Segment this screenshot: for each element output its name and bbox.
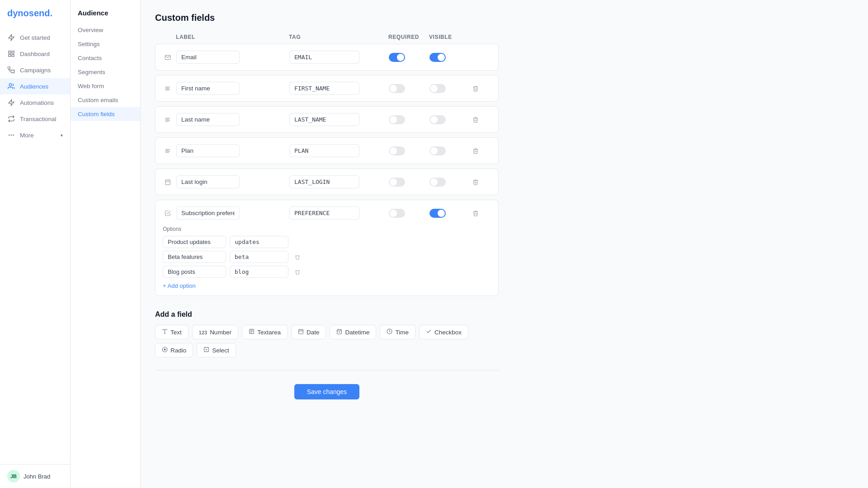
nav-item-label: Automations xyxy=(20,99,54,106)
visible-toggle-subscription-preference[interactable] xyxy=(429,209,446,218)
second-nav-item-settings[interactable]: Settings xyxy=(71,37,140,51)
add-field-type-textarea[interactable]: Textarea xyxy=(242,325,288,339)
field-row-main-first-name xyxy=(163,82,491,95)
second-nav-item-custom-fields[interactable]: Custom fields xyxy=(71,107,140,121)
second-nav-item-overview[interactable]: Overview xyxy=(71,23,140,37)
required-toggle-cell xyxy=(389,178,429,187)
nav-item-transactional[interactable]: Transactional xyxy=(0,111,70,127)
field-type-buttons: Text123NumberTextareaDateDatetimeTimeChe… xyxy=(155,325,499,357)
add-field-type-radio[interactable]: Radio xyxy=(155,343,193,357)
nav-item-label: Transactional xyxy=(20,116,57,122)
option-tag-input[interactable] xyxy=(230,236,288,248)
option-tag-input[interactable] xyxy=(230,251,288,263)
chevron-down-icon: ▾ xyxy=(61,133,63,138)
delete-option-btn[interactable] xyxy=(292,252,303,263)
options-section: Options + Add option xyxy=(163,226,491,289)
nav-item-campaigns[interactable]: Campaigns xyxy=(0,62,70,78)
text-type-icon xyxy=(162,328,168,336)
add-field-type-checkbox[interactable]: Checkbox xyxy=(419,325,468,339)
add-field-type-date[interactable]: Date xyxy=(291,325,326,339)
main-content: Custom fields Label Tag Required Visible xyxy=(141,0,868,488)
field-label-input-plan[interactable] xyxy=(176,144,240,157)
field-tag-input-email[interactable] xyxy=(289,51,359,64)
field-type-label: Text xyxy=(170,329,182,336)
nav-item-more[interactable]: More ▾ xyxy=(0,127,70,143)
mail-icon xyxy=(7,66,15,74)
option-label-input[interactable] xyxy=(163,266,226,278)
field-rows-container: Options + Add option xyxy=(155,44,499,296)
required-toggle-first-name[interactable] xyxy=(389,84,405,93)
nav-item-audiences[interactable]: Audiences xyxy=(0,78,70,94)
field-tag-input-first-name[interactable] xyxy=(289,82,359,95)
second-nav-item-segments[interactable]: Segments xyxy=(71,65,140,79)
app-logo: dynosend. xyxy=(0,0,70,26)
field-row-last-name xyxy=(155,106,499,133)
date-type-icon xyxy=(298,328,304,336)
visible-toggle-email[interactable] xyxy=(429,53,446,62)
field-row-main-email xyxy=(163,51,491,64)
required-toggle-subscription-preference[interactable] xyxy=(389,209,405,218)
field-row-subscription-preference: Options + Add option xyxy=(155,200,499,296)
second-nav-item-custom-emails[interactable]: Custom emails xyxy=(71,93,140,107)
add-field-type-text[interactable]: Text xyxy=(155,325,189,339)
field-row-plan xyxy=(155,137,499,164)
field-tag-group xyxy=(289,175,389,188)
field-label-group xyxy=(163,82,289,95)
svg-point-6 xyxy=(11,135,11,135)
nav-items: Get started Dashboard Campaigns Audience… xyxy=(0,26,70,464)
visible-toggle-last-login[interactable] xyxy=(429,178,446,187)
second-sidebar-title: Audience xyxy=(71,9,140,23)
delete-field-subscription-preference[interactable] xyxy=(470,208,481,219)
nav-item-get-started[interactable]: Get started xyxy=(0,29,70,46)
svg-rect-2 xyxy=(9,54,11,56)
svg-marker-5 xyxy=(9,99,14,105)
visible-toggle-last-name[interactable] xyxy=(429,115,446,124)
option-label-input[interactable] xyxy=(163,236,226,248)
nav-item-automations[interactable]: Automations xyxy=(0,94,70,111)
required-toggle-last-login[interactable] xyxy=(389,178,405,187)
delete-option-btn[interactable] xyxy=(292,267,303,277)
field-label-input-last-login[interactable] xyxy=(176,175,240,188)
second-nav-item-web-form[interactable]: Web form xyxy=(71,79,140,93)
field-label-input-last-name[interactable] xyxy=(176,113,240,126)
datetime-type-icon xyxy=(336,328,342,336)
field-type-label: Checkbox xyxy=(434,329,462,336)
delete-field-last-login[interactable] xyxy=(470,177,481,188)
add-field-type-time[interactable]: Time xyxy=(380,325,415,339)
field-label-input-subscription-preference[interactable] xyxy=(176,206,240,220)
required-toggle-plan[interactable] xyxy=(389,146,405,155)
svg-rect-0 xyxy=(9,51,11,53)
add-field-type-datetime[interactable]: Datetime xyxy=(330,325,376,339)
required-toggle-cell xyxy=(389,209,429,218)
field-tag-input-last-name[interactable] xyxy=(289,113,359,126)
delete-field-last-name[interactable] xyxy=(470,114,481,125)
add-option-button[interactable]: + Add option xyxy=(163,282,196,289)
field-row-main-plan xyxy=(163,144,491,157)
svg-rect-21 xyxy=(165,180,170,185)
field-tag-input-last-login[interactable] xyxy=(289,175,359,188)
visible-toggle-cell xyxy=(429,84,470,93)
add-field-type-select[interactable]: Select xyxy=(197,343,236,357)
visible-toggle-first-name[interactable] xyxy=(429,84,446,93)
field-row-first-name xyxy=(155,75,499,102)
nav-item-label: Audiences xyxy=(20,83,48,90)
visible-toggle-plan[interactable] xyxy=(429,146,446,155)
field-label-input-first-name[interactable] xyxy=(176,82,240,95)
delete-field-first-name[interactable] xyxy=(470,83,481,94)
field-label-input-email[interactable] xyxy=(176,51,240,64)
option-tag-input[interactable] xyxy=(230,266,288,278)
field-row-main-last-name xyxy=(163,113,491,126)
field-tag-input-plan[interactable] xyxy=(289,144,359,157)
checkbox-type-icon xyxy=(163,208,173,218)
add-field-type-number[interactable]: 123Number xyxy=(192,325,238,339)
option-label-input[interactable] xyxy=(163,251,226,263)
visible-toggle-cell xyxy=(429,53,470,62)
second-nav-item-contacts[interactable]: Contacts xyxy=(71,51,140,65)
save-button[interactable]: Save changes xyxy=(294,384,360,399)
delete-field-plan[interactable] xyxy=(470,145,481,156)
required-toggle-last-name[interactable] xyxy=(389,115,405,124)
nav-item-dashboard[interactable]: Dashboard xyxy=(0,46,70,62)
field-tag-input-subscription-preference[interactable] xyxy=(289,206,359,220)
fields-table: Label Tag Required Visible xyxy=(155,34,499,296)
required-toggle-email[interactable] xyxy=(389,53,405,62)
